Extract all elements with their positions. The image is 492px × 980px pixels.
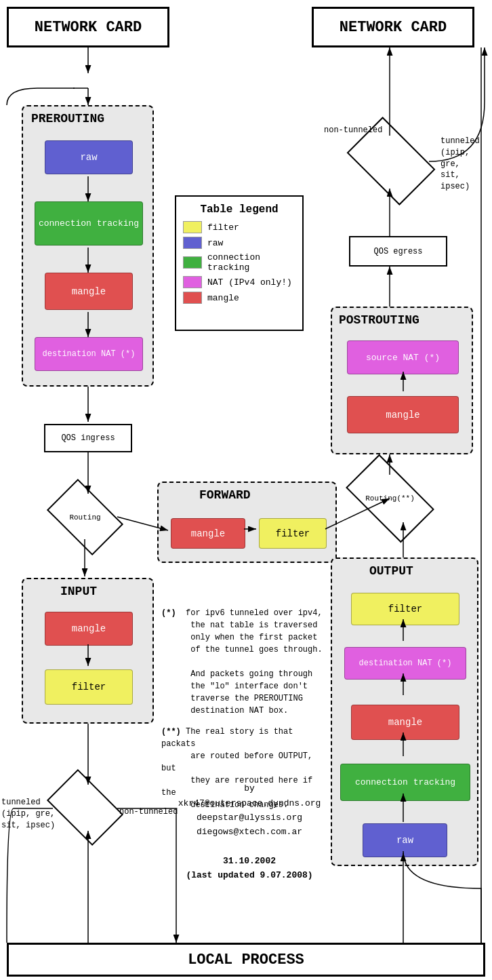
routing2-diamond: Routing(**) bbox=[351, 475, 429, 522]
local-process-box: LOCAL PROCESS bbox=[7, 943, 485, 977]
forward-label: FORWARD bbox=[199, 488, 251, 502]
date-label: 31.10.2002(last updated 9.07.2008) bbox=[161, 855, 337, 883]
diagram: NETWORK CARD NETWORK CARD PREROUTING raw… bbox=[0, 0, 492, 980]
pre-mangle-block: mangle bbox=[45, 273, 133, 310]
postrouting-box: POSTROUTING source NAT (*) mangle bbox=[331, 307, 473, 454]
legend-item-mangle: mangle bbox=[183, 292, 295, 304]
qos-egress-box: QOS egress bbox=[349, 236, 447, 267]
legend-title: Table legend bbox=[183, 203, 295, 216]
out-conntrack-block: connection tracking bbox=[340, 764, 470, 801]
out-dnat-block: destination NAT (*) bbox=[344, 647, 466, 680]
by-label: by bbox=[161, 783, 337, 793]
inp-mangle-block: mangle bbox=[45, 612, 133, 646]
legend-item-raw: raw bbox=[183, 237, 295, 249]
top-right-diamond bbox=[354, 136, 428, 187]
tunneled-top-label: tunneled(ipip, gre,sit, ipsec) bbox=[440, 136, 492, 193]
footnote1: (*) for ipv6 tunneled over ipv4, the nat… bbox=[161, 607, 331, 717]
fwd-filter-block: filter bbox=[259, 518, 327, 549]
input-label: INPUT bbox=[60, 585, 97, 598]
legend-box: Table legend filter raw connection track… bbox=[175, 195, 304, 331]
output-box: OUTPUT filter destination NAT (*) mangle… bbox=[331, 557, 478, 866]
input-box: INPUT mangle filter bbox=[22, 578, 154, 724]
pre-dnat-block: destination NAT (*) bbox=[35, 337, 143, 371]
post-snat-block: source NAT (*) bbox=[347, 340, 459, 374]
authors-label: xkr47@outerspace.dyndns.orgdeepstar@ulys… bbox=[161, 797, 337, 839]
pre-conntrack-block: connection tracking bbox=[35, 201, 143, 246]
inp-filter-block: filter bbox=[45, 669, 133, 705]
prerouting-label: PREROUTING bbox=[31, 112, 104, 125]
postrouting-label: POSTROUTING bbox=[339, 313, 419, 327]
output-label: OUTPUT bbox=[369, 564, 413, 578]
pre-raw-block: raw bbox=[45, 140, 133, 174]
legend-item-nat: NAT (IPv4 only!) bbox=[183, 276, 295, 288]
out-mangle-block: mangle bbox=[351, 705, 459, 740]
prerouting-box: PREROUTING raw connection tracking mangl… bbox=[22, 105, 154, 387]
out-raw-block: raw bbox=[363, 823, 447, 857]
post-mangle-block: mangle bbox=[347, 396, 459, 433]
non-tunneled-top-label: non-tunneled bbox=[324, 125, 382, 135]
legend-item-conntrack: connection tracking bbox=[183, 252, 295, 273]
network-card-left: NETWORK CARD bbox=[7, 7, 169, 47]
forward-box: FORWARD mangle filter bbox=[157, 482, 337, 563]
routing-diamond: Routing bbox=[53, 495, 117, 539]
bottom-diamond bbox=[53, 785, 117, 829]
legend-item-filter: filter bbox=[183, 221, 295, 233]
qos-ingress-box: QOS ingress bbox=[44, 424, 132, 452]
out-filter-block: filter bbox=[351, 593, 459, 625]
network-card-right: NETWORK CARD bbox=[312, 7, 474, 47]
tunneled-bottom-label: tunneled(ipip, gre,sit, ipsec) bbox=[1, 797, 55, 831]
fwd-mangle-block: mangle bbox=[171, 518, 245, 549]
